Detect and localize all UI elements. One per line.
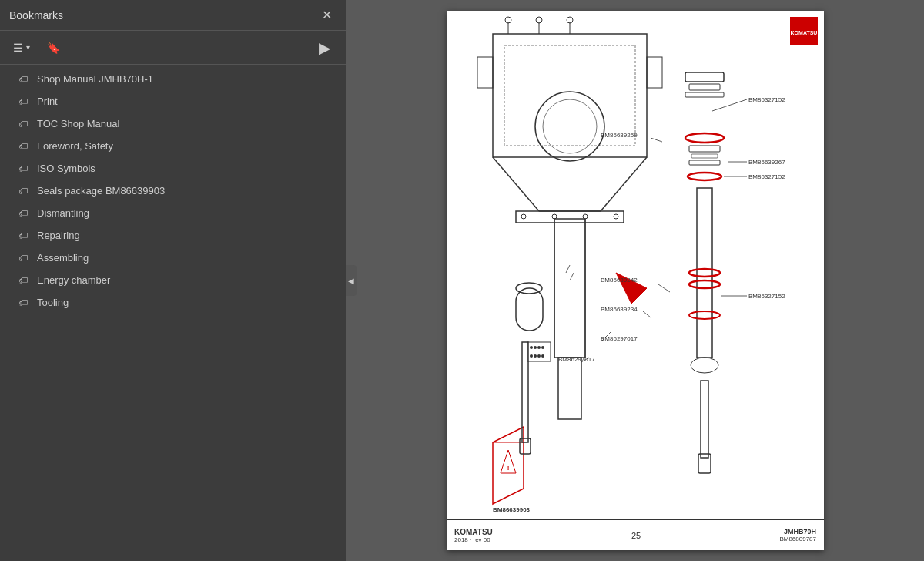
bookmark-item[interactable]: 🏷Assembling bbox=[0, 247, 346, 269]
bookmark-icon: 🔖 bbox=[47, 42, 60, 54]
cursor-icon: ▶ bbox=[319, 39, 330, 57]
bookmark-item[interactable]: 🏷Dismantling bbox=[0, 202, 346, 224]
komatsu-logo: KOMATSU bbox=[790, 17, 818, 45]
bookmarks-panel: Bookmarks ✕ ☰ ▾ 🔖 ▶ 🏷Shop Manual JMHB70H… bbox=[0, 0, 346, 561]
bookmark-ribbon-icon: 🏷 bbox=[18, 163, 29, 174]
svg-point-27 bbox=[530, 346, 533, 349]
bookmark-item[interactable]: 🏷Tooling bbox=[0, 291, 346, 314]
svg-rect-25 bbox=[558, 358, 581, 419]
bookmark-ribbon-icon: 🏷 bbox=[18, 119, 29, 129]
svg-text:!: ! bbox=[507, 465, 510, 472]
svg-point-8 bbox=[567, 17, 573, 23]
svg-text:KOMATSU: KOMATSU bbox=[791, 30, 817, 35]
footer-right: JMHB70H BM86809787 bbox=[779, 528, 816, 543]
svg-line-13 bbox=[601, 157, 647, 211]
svg-rect-11 bbox=[647, 57, 662, 88]
bookmark-label: Shop Manual JMHB70H-1 bbox=[37, 73, 153, 85]
bookmark-label: Foreword, Safety bbox=[37, 140, 113, 152]
svg-point-23 bbox=[552, 214, 557, 219]
part-label-bm86639259: BM86639259 bbox=[601, 132, 638, 139]
list-view-button[interactable]: ☰ ▾ bbox=[8, 38, 35, 58]
svg-point-33 bbox=[537, 354, 541, 358]
bookmarks-toolbar: ☰ ▾ 🔖 ▶ bbox=[0, 31, 346, 65]
bookmark-ribbon-icon: 🏷 bbox=[18, 208, 29, 219]
svg-point-29 bbox=[537, 346, 541, 349]
bookmark-ribbon-icon: 🏷 bbox=[18, 253, 29, 264]
year-rev-label: 2018 · rev 00 bbox=[454, 536, 493, 543]
svg-rect-44 bbox=[691, 154, 718, 158]
svg-rect-47 bbox=[697, 188, 712, 358]
svg-rect-68 bbox=[520, 438, 531, 454]
close-button[interactable]: ✕ bbox=[317, 8, 336, 23]
bookmark-label: ISO Symbols bbox=[37, 163, 95, 174]
svg-point-24 bbox=[583, 214, 588, 219]
chevron-down-icon: ▾ bbox=[26, 43, 30, 52]
bookmark-item[interactable]: 🏷Print bbox=[0, 90, 346, 113]
svg-rect-52 bbox=[701, 381, 708, 458]
svg-rect-20 bbox=[516, 211, 624, 223]
part-label-bm86297017-1: BM86297017 bbox=[601, 335, 638, 342]
svg-line-59 bbox=[643, 311, 651, 317]
bookmark-item[interactable]: 🏷Shop Manual JMHB70H-1 bbox=[0, 68, 346, 90]
bookmark-label: TOC Shop Manual bbox=[37, 118, 119, 129]
bookmark-ribbon-icon: 🏷 bbox=[18, 186, 29, 197]
part-label-bm86639234: BM86639234 bbox=[601, 306, 638, 313]
svg-line-64 bbox=[570, 273, 574, 280]
bookmark-item[interactable]: 🏷Foreword, Safety bbox=[0, 135, 346, 157]
svg-point-31 bbox=[530, 354, 533, 358]
bookmark-ribbon-icon: 🏷 bbox=[18, 275, 29, 286]
svg-point-7 bbox=[536, 17, 542, 23]
svg-line-58 bbox=[658, 284, 670, 292]
svg-rect-17 bbox=[554, 219, 585, 358]
bookmark-label: Assembling bbox=[37, 252, 89, 264]
bookmark-view-button[interactable]: 🔖 bbox=[42, 38, 65, 58]
bookmark-label: Repairing bbox=[37, 230, 80, 241]
collapse-handle[interactable]: ◀ bbox=[346, 265, 357, 296]
part-label-bm86297017-2: BM86297017 bbox=[558, 356, 595, 363]
bookmark-label: Seals package BM86639903 bbox=[37, 185, 165, 197]
pdf-footer: KOMATSU 2018 · rev 00 25 JMHB70H BM86809… bbox=[447, 519, 824, 550]
bookmark-label: Energy chamber bbox=[37, 274, 110, 286]
svg-line-63 bbox=[566, 265, 570, 273]
bookmark-item[interactable]: 🏷Energy chamber bbox=[0, 269, 346, 291]
svg-point-42 bbox=[685, 133, 724, 143]
bookmark-item[interactable]: 🏷ISO Symbols bbox=[0, 157, 346, 180]
part-label-bm86639903: BM86639903 bbox=[493, 506, 531, 513]
svg-rect-10 bbox=[477, 57, 493, 88]
collapse-arrow-icon: ◀ bbox=[348, 277, 354, 285]
bookmark-item[interactable]: 🏷TOC Shop Manual bbox=[0, 113, 346, 135]
footer-left: KOMATSU 2018 · rev 00 bbox=[454, 528, 493, 543]
svg-rect-45 bbox=[689, 160, 720, 165]
bookmark-ribbon-icon: 🏷 bbox=[18, 74, 29, 85]
svg-point-51 bbox=[691, 358, 718, 373]
svg-point-34 bbox=[541, 354, 544, 358]
svg-point-48 bbox=[689, 269, 720, 277]
svg-line-54 bbox=[712, 99, 747, 111]
pdf-content: KOMATSU bbox=[447, 11, 824, 550]
svg-rect-9 bbox=[504, 45, 635, 146]
svg-point-46 bbox=[688, 173, 721, 180]
bookmark-item[interactable]: 🏷Seals package BM86639903 bbox=[0, 180, 346, 202]
svg-rect-39 bbox=[685, 72, 724, 82]
svg-line-55 bbox=[651, 138, 662, 142]
panel-title: Bookmarks bbox=[9, 9, 63, 22]
part-label-bm86327152-2: BM86327152 bbox=[748, 173, 785, 180]
bookmarks-list: 🏷Shop Manual JMHB70H-1🏷Print🏷TOC Shop Ma… bbox=[0, 65, 346, 561]
bookmark-label: Tooling bbox=[37, 297, 69, 308]
part-label-bm86327152-1: BM86327152 bbox=[748, 96, 785, 103]
bookmark-ribbon-icon: 🏷 bbox=[18, 96, 29, 107]
svg-point-50 bbox=[689, 311, 720, 319]
brand-label: KOMATSU bbox=[454, 528, 493, 536]
svg-rect-40 bbox=[689, 84, 720, 90]
svg-point-32 bbox=[534, 354, 537, 358]
bookmark-item[interactable]: 🏷Repairing bbox=[0, 224, 346, 247]
part-label-bm86639242: BM86639242 bbox=[601, 277, 638, 284]
svg-point-22 bbox=[614, 214, 618, 219]
model-label: JMHB70H bbox=[784, 528, 816, 536]
part-label-bm86639267: BM86639267 bbox=[748, 159, 785, 166]
list-icon: ☰ bbox=[13, 42, 23, 54]
svg-point-16 bbox=[543, 99, 597, 153]
bookmark-label: Print bbox=[37, 96, 58, 107]
svg-point-28 bbox=[534, 346, 537, 349]
bookmark-ribbon-icon: 🏷 bbox=[18, 230, 29, 241]
